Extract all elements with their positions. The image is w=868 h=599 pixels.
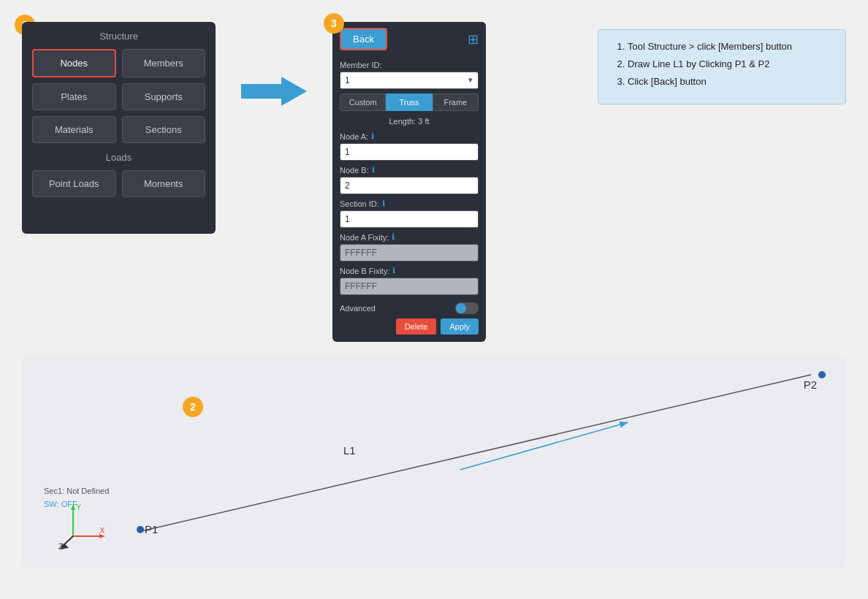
axis-indicator: Y X Z [58,500,110,554]
plates-button[interactable]: Plates [32,83,116,110]
svg-text:X: X [99,526,105,535]
apply-button[interactable]: Apply [441,318,479,335]
node-a-fixity-input[interactable] [340,244,479,262]
structure-panel: Structure Nodes Members Plates Supports … [22,22,216,234]
p1-label: P1 [145,523,158,535]
node-a-label: Node A: ℹ [340,131,479,141]
canvas-area: 2 P1 P2 L1 Sec1: Not Defined SW: OFF Y [22,356,846,568]
p2-label: P2 [804,378,817,391]
back-button[interactable]: Back [340,28,387,50]
frame-type-button[interactable]: Frame [433,94,479,111]
type-buttons-row: Custom Truss Frame [340,94,479,111]
member-panel-header: Back ⊞ [332,22,486,56]
step-badge-3: 3 [324,13,344,34]
instructions-list: Tool Structure > click [Members] button … [613,40,831,89]
node-a-info-icon: ℹ [371,131,374,141]
advanced-row: Advanced [340,302,479,314]
truss-type-button[interactable]: Truss [386,94,432,111]
nodes-button[interactable]: Nodes [32,49,116,77]
grid-icon[interactable]: ⊞ [468,31,479,47]
instruction-item-3: Click [Back] button [628,75,831,88]
moments-button[interactable]: Moments [122,170,206,197]
svg-text:Y: Y [76,503,82,511]
structure-buttons-grid: Nodes Members Plates Supports Materials … [32,49,205,143]
sections-button[interactable]: Sections [122,116,206,143]
svg-marker-5 [71,504,75,510]
custom-type-button[interactable]: Custom [340,94,386,111]
node-a-input[interactable] [340,143,479,161]
svg-line-1 [139,375,811,532]
arrow-indicator [237,73,311,110]
node-a-fixity-info-icon: ℹ [392,232,395,242]
length-display: Length: 3 ft [340,117,479,126]
node-b-input[interactable] [340,177,479,194]
member-id-label: Member ID: [340,61,479,69]
delete-button[interactable]: Delete [396,318,437,335]
advanced-label: Advanced [340,304,376,313]
member-id-select-wrapper[interactable]: 1 [340,72,479,89]
instructions-box: Tool Structure > click [Members] button … [598,29,846,104]
members-button[interactable]: Members [122,49,206,77]
action-buttons: Delete Apply [340,318,479,335]
loads-buttons-grid: Point Loads Moments [32,170,205,197]
sec-label: Sec1: Not Defined [44,487,109,495]
member-panel-wrapper: 3 Back ⊞ Member ID: 1 Custom Truss Fra [332,22,486,342]
section-id-input[interactable] [340,210,479,228]
instruction-item-1: Tool Structure > click [Members] button [628,40,831,53]
toggle-knob [456,303,466,313]
node-b-info-icon: ℹ [372,165,375,175]
node-b-fixity-input[interactable] [340,278,479,295]
member-panel-body: Member ID: 1 Custom Truss Frame Length: … [332,56,486,342]
member-panel: Back ⊞ Member ID: 1 Custom Truss Frame L [332,22,486,342]
node-a-fixity-label: Node A Fixity: ℹ [340,232,479,242]
materials-button[interactable]: Materials [32,116,116,143]
member-id-select[interactable]: 1 [340,72,479,89]
p2-dot [818,371,826,378]
canvas-svg [22,356,846,568]
instruction-item-2: Draw Line L1 by Clicking P1 & P2 [628,58,831,71]
loads-section-label: Loads [32,152,205,163]
svg-line-2 [460,422,628,470]
section-id-label: Section ID: ℹ [340,199,479,208]
svg-marker-0 [241,77,307,106]
node-b-fixity-info-icon: ℹ [392,266,395,275]
svg-text:Z: Z [58,542,64,551]
supports-button[interactable]: Supports [122,83,206,110]
node-b-fixity-label: Node B Fixity: ℹ [340,266,479,275]
point-loads-button[interactable]: Point Loads [32,170,116,197]
node-b-label: Node B: ℹ [340,165,479,175]
p1-dot [137,526,144,533]
structure-section-label: Structure [32,31,205,42]
advanced-toggle[interactable] [455,302,479,314]
l1-label: L1 [343,444,356,457]
section-id-info-icon: ℹ [382,199,385,208]
